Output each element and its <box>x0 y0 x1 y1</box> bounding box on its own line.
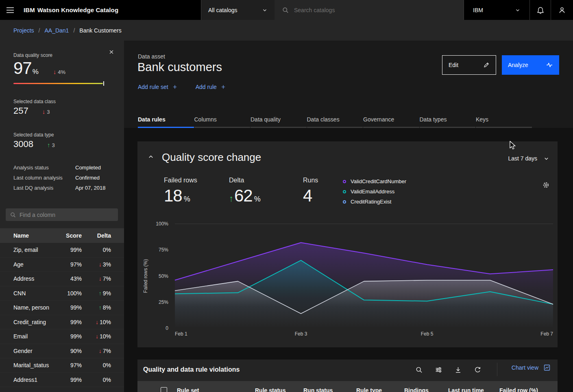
column-score: 100% <box>57 290 82 297</box>
data-quality-sidebar: Data quality score 97 % ↓ 4% Selected da… <box>0 41 124 392</box>
analyze-button[interactable]: Analyze <box>502 55 559 75</box>
account-selector[interactable]: IBM <box>464 0 529 20</box>
analysis-value: Completed <box>75 165 101 171</box>
arrow-up-icon: ↑ <box>229 193 233 204</box>
breadcrumb-separator: / <box>39 27 40 34</box>
data-class-delta: ↓ 3 <box>42 108 50 115</box>
column-score: 90% <box>57 348 82 354</box>
column-row[interactable]: Address43%↓7% <box>0 272 124 286</box>
svg-text:Feb 7: Feb 7 <box>540 331 553 337</box>
gear-icon[interactable] <box>542 182 549 188</box>
arrow-down-icon: ↓ <box>99 275 102 282</box>
search-catalogs-input[interactable] <box>294 7 456 13</box>
violations-column-header: Rule type <box>356 387 382 392</box>
column-name: CNN <box>13 290 57 297</box>
menu-icon[interactable] <box>0 0 20 20</box>
profile-button[interactable] <box>551 0 573 20</box>
column-name: Marital_status <box>13 362 57 368</box>
column-name: Credit_rating <box>13 319 57 325</box>
legend-dot <box>343 180 346 183</box>
chevron-down-icon <box>543 156 549 162</box>
chevron-up-icon[interactable] <box>148 154 154 160</box>
tab-label: Governance <box>363 116 394 123</box>
column-delta: 0% <box>82 247 111 253</box>
tab-columns[interactable]: Columns <box>194 112 251 128</box>
arrow-down-icon: ↓ <box>96 333 98 340</box>
legend-item[interactable]: ValidCreditCardNumber <box>343 176 406 186</box>
select-all-checkbox[interactable] <box>161 387 167 392</box>
column-score: 97% <box>57 362 82 368</box>
tab-label: Columns <box>194 116 217 123</box>
metric-failed-rows: Failed rows 18 % <box>164 177 197 206</box>
column-row[interactable]: Gender90%↓7% <box>0 344 124 359</box>
download-button[interactable] <box>448 363 468 376</box>
svg-text:Feb 1: Feb 1 <box>175 331 187 337</box>
tab-governance[interactable]: Governance <box>363 112 419 128</box>
analysis-row: Last column analysisConfirmed <box>13 173 111 183</box>
time-range-selector[interactable]: Last 7 days <box>508 155 549 162</box>
legend-item[interactable]: ValidEmailAddress <box>343 186 406 197</box>
analysis-label: Last DQ analysis <box>13 185 75 191</box>
column-row[interactable]: Credit_rating99%↓10% <box>0 315 124 330</box>
brand-name: Watson Knowledge Catalog <box>37 6 118 13</box>
search-button[interactable] <box>409 363 429 376</box>
column-row[interactable]: Marital_status97%0% <box>0 358 124 373</box>
chart-view-toggle[interactable]: Chart view <box>512 364 550 371</box>
tab-data-types[interactable]: Data types <box>420 112 476 128</box>
column-name: Zip, email <box>13 247 57 253</box>
column-row[interactable]: Name, person99%↑8% <box>0 301 124 315</box>
breadcrumb-item: Bank Customers <box>79 27 121 34</box>
catalog-selector[interactable]: All catalogs <box>201 0 275 20</box>
tab-data-classes[interactable]: Data classes <box>307 112 363 128</box>
tab-keys[interactable]: Keys <box>476 112 532 128</box>
column-row[interactable]: Address199%0% <box>0 373 124 388</box>
tab-data-rules[interactable]: Data rules <box>138 112 194 128</box>
add-rule-set-button[interactable]: Add rule set <box>138 84 178 90</box>
breadcrumb-item[interactable]: AA_Dan1 <box>44 27 69 34</box>
svg-text:25%: 25% <box>159 299 168 305</box>
tab-label: Data rules <box>138 116 166 123</box>
column-header-delta: Delta <box>82 232 111 239</box>
column-row[interactable]: Age97%↓3% <box>0 258 124 272</box>
column-row[interactable]: Zip, email99%0% <box>0 243 124 258</box>
legend-item[interactable]: CreditRatingExist <box>343 197 406 207</box>
arrow-down-icon: ↓ <box>96 319 98 325</box>
bell-icon <box>537 6 544 14</box>
filter-button[interactable] <box>429 363 448 376</box>
account-selector-label: IBM <box>473 7 483 13</box>
svg-text:Failed rows (%): Failed rows (%) <box>143 259 148 293</box>
column-name: Age <box>13 261 57 268</box>
column-delta: ↓3% <box>82 261 111 268</box>
chevron-down-icon <box>262 7 268 13</box>
legend-dot <box>343 190 346 193</box>
edit-button[interactable]: Edit <box>442 55 496 75</box>
quality-score-card: Quality score change Last 7 days Failed … <box>137 141 558 347</box>
plus-icon <box>220 84 226 90</box>
legend-label: CreditRatingExist <box>351 199 391 205</box>
notifications-button[interactable] <box>529 0 551 20</box>
close-icon[interactable] <box>109 48 117 56</box>
column-score: 99% <box>57 333 82 340</box>
find-column-input[interactable] <box>20 212 113 218</box>
reset-button[interactable] <box>468 363 487 376</box>
arrow-up-icon: ↑ <box>99 304 102 311</box>
arrow-down-icon: ↓ <box>53 68 57 75</box>
add-rule-button[interactable]: Add rule <box>196 84 226 90</box>
chart-line-icon <box>544 364 550 371</box>
column-score: 43% <box>57 275 82 282</box>
quality-score-delta: ↓ 4% <box>53 68 65 75</box>
violations-column-header: Rule status <box>255 387 285 392</box>
analysis-value: Apr 07, 2018 <box>75 185 105 191</box>
brand-prefix: IBM <box>24 6 35 13</box>
column-row[interactable]: CNN100%↑9% <box>0 286 124 301</box>
column-row[interactable]: Email99%↓10% <box>0 329 124 344</box>
analysis-label: Analysis status <box>13 165 75 171</box>
legend-label: ValidEmailAddress <box>351 188 394 195</box>
app-title: IBM Watson Knowledge Catalog <box>24 0 118 20</box>
search-icon <box>282 7 289 13</box>
column-delta: 0% <box>82 362 111 368</box>
asset-kicker: Data asset <box>138 53 165 60</box>
breadcrumb-item[interactable]: Projects <box>13 27 34 34</box>
tab-data-quality[interactable]: Data quality <box>251 112 307 128</box>
svg-text:Feb 3: Feb 3 <box>295 331 307 337</box>
